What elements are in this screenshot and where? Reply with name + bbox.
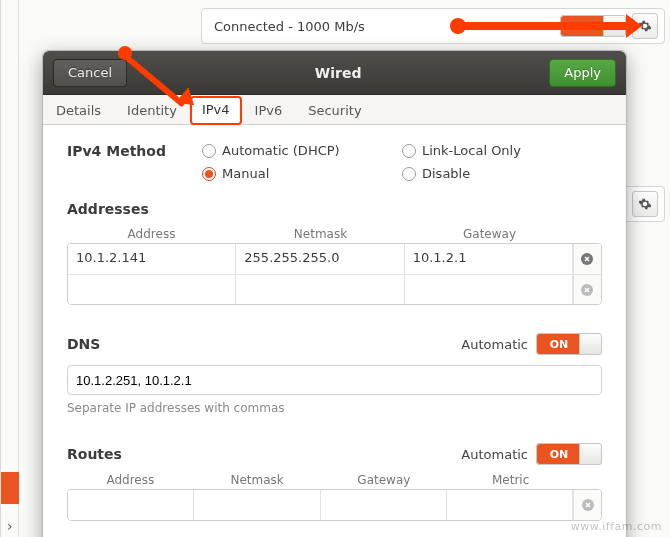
dns-section: DNS Automatic ON Separate IP addresses w… bbox=[67, 333, 602, 415]
address-row: 10.1.2.141 255.255.255.0 10.1.2.1 bbox=[68, 244, 601, 274]
method-label: Automatic (DHCP) bbox=[222, 143, 340, 158]
connection2-settings-button[interactable] bbox=[632, 191, 658, 217]
delete-row-button[interactable] bbox=[573, 490, 601, 520]
routes-automatic-toggle[interactable]: ON bbox=[536, 443, 602, 465]
dns-title: DNS bbox=[67, 336, 461, 352]
netmask-input[interactable] bbox=[236, 275, 404, 304]
route-metric-input[interactable] bbox=[447, 490, 573, 520]
col-address: Address bbox=[67, 473, 194, 487]
ipv4-method-label: IPv4 Method bbox=[67, 143, 202, 159]
radio-icon bbox=[402, 144, 416, 158]
col-netmask: Netmask bbox=[194, 473, 321, 487]
watermark: www.iffam.com bbox=[571, 520, 662, 533]
route-gateway-input[interactable] bbox=[321, 490, 447, 520]
gear-icon bbox=[638, 197, 652, 211]
col-metric: Metric bbox=[447, 473, 574, 487]
annotation-line bbox=[458, 22, 636, 30]
gateway-input[interactable] bbox=[405, 275, 573, 304]
apply-button[interactable]: Apply bbox=[549, 59, 616, 87]
method-disable[interactable]: Disable bbox=[402, 166, 602, 181]
wired-settings-dialog: Cancel Wired Apply Details Identity IPv4… bbox=[42, 50, 627, 537]
col-address: Address bbox=[67, 227, 236, 241]
col-gateway: Gateway bbox=[321, 473, 448, 487]
dialog-title: Wired bbox=[127, 65, 549, 81]
col-spacer bbox=[574, 227, 602, 241]
routes-automatic-label: Automatic bbox=[461, 447, 528, 462]
method-link-local[interactable]: Link-Local Only bbox=[402, 143, 602, 158]
method-label: Link-Local Only bbox=[422, 143, 521, 158]
col-netmask: Netmask bbox=[236, 227, 405, 241]
sidebar-active-highlight bbox=[1, 472, 19, 504]
cancel-button[interactable]: Cancel bbox=[53, 59, 127, 87]
annotation-arrowhead bbox=[626, 14, 642, 38]
toggle-on-label: ON bbox=[537, 334, 581, 354]
col-gateway: Gateway bbox=[405, 227, 574, 241]
tab-bar: Details Identity IPv4 IPv6 Security bbox=[43, 95, 626, 125]
addresses-title: Addresses bbox=[67, 201, 602, 217]
delete-row-button[interactable] bbox=[573, 275, 601, 304]
radio-icon bbox=[402, 167, 416, 181]
route-netmask-input[interactable] bbox=[194, 490, 320, 520]
toggle-on-label: ON bbox=[537, 444, 581, 464]
netmask-input[interactable]: 255.255.255.0 bbox=[236, 244, 404, 274]
routes-header: Address Netmask Gateway Metric bbox=[67, 473, 602, 487]
dns-automatic-label: Automatic bbox=[461, 337, 528, 352]
ipv4-method-options: Automatic (DHCP) Link-Local Only Manual … bbox=[202, 143, 602, 181]
tab-details[interactable]: Details bbox=[43, 96, 114, 125]
routes-title: Routes bbox=[67, 446, 461, 462]
routes-section: Routes Automatic ON Address Netmask Gate… bbox=[67, 443, 602, 521]
close-icon bbox=[581, 284, 593, 296]
col-spacer bbox=[574, 473, 602, 487]
toggle-knob bbox=[579, 444, 601, 464]
method-manual[interactable]: Manual bbox=[202, 166, 402, 181]
dns-input[interactable] bbox=[67, 365, 602, 395]
gateway-input[interactable]: 10.1.2.1 bbox=[405, 244, 573, 274]
close-icon bbox=[581, 253, 593, 265]
routes-table bbox=[67, 489, 602, 521]
dialog-body: IPv4 Method Automatic (DHCP) Link-Local … bbox=[43, 125, 626, 537]
addresses-header: Address Netmask Gateway bbox=[67, 227, 602, 241]
address-row bbox=[68, 274, 601, 304]
address-input[interactable]: 10.1.2.141 bbox=[68, 244, 236, 274]
sidebar-strip bbox=[1, 0, 19, 537]
toggle-knob bbox=[579, 334, 601, 354]
tab-security[interactable]: Security bbox=[295, 96, 374, 125]
dns-hint: Separate IP addresses with commas bbox=[67, 401, 602, 415]
delete-row-button[interactable] bbox=[573, 244, 601, 274]
tab-ipv6[interactable]: IPv6 bbox=[242, 96, 296, 125]
close-icon bbox=[582, 499, 594, 511]
ipv4-method-section: IPv4 Method Automatic (DHCP) Link-Local … bbox=[67, 143, 602, 181]
address-input[interactable] bbox=[68, 275, 236, 304]
route-address-input[interactable] bbox=[68, 490, 194, 520]
chevron-right-icon: › bbox=[7, 518, 13, 534]
radio-icon-checked bbox=[202, 167, 216, 181]
route-row bbox=[68, 490, 601, 520]
method-label: Manual bbox=[222, 166, 269, 181]
method-automatic[interactable]: Automatic (DHCP) bbox=[202, 143, 402, 158]
addresses-table: 10.1.2.141 255.255.255.0 10.1.2.1 bbox=[67, 243, 602, 305]
method-label: Disable bbox=[422, 166, 470, 181]
dns-automatic-toggle[interactable]: ON bbox=[536, 333, 602, 355]
radio-icon bbox=[202, 144, 216, 158]
